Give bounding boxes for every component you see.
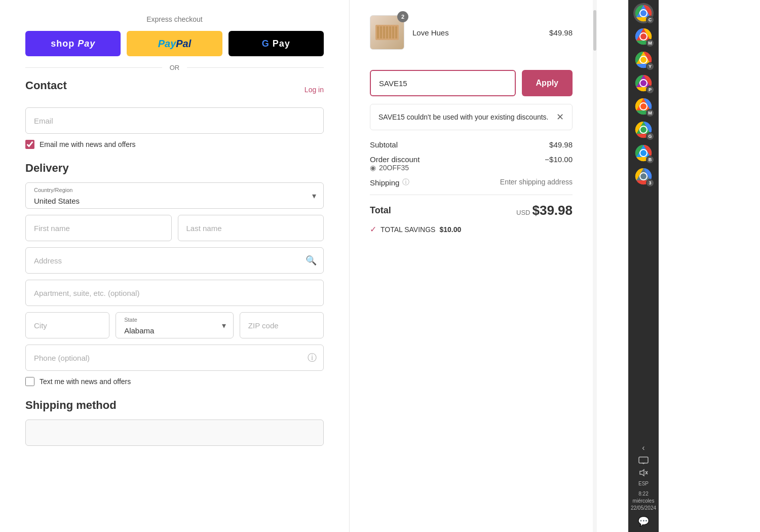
product-image-wrap: 2 [370, 15, 404, 50]
phone-field[interactable] [25, 345, 324, 371]
speaker-svg [638, 469, 649, 477]
svg-marker-35 [640, 470, 644, 476]
svg-point-16 [640, 57, 647, 63]
svg-rect-6 [392, 26, 394, 39]
address-search-icon: 🔍 [306, 255, 317, 266]
summary-divider [370, 195, 573, 195]
paypal-label: PayPal [158, 38, 192, 50]
chrome-icon-p[interactable]: P [633, 73, 654, 93]
chrome-c-avatar: C [646, 16, 654, 24]
total-value: USD$39.98 [516, 203, 573, 218]
email-checkbox[interactable] [25, 140, 34, 149]
error-text: SAVE15 couldn't be used with your existi… [378, 113, 549, 121]
product-name: Love Hues [412, 28, 541, 37]
notification-icon[interactable]: 💬 [638, 516, 649, 527]
svg-point-19 [640, 80, 647, 86]
product-quantity-badge: 2 [397, 11, 408, 22]
scrollbar-thumb[interactable] [593, 10, 596, 51]
city-field[interactable] [25, 312, 109, 338]
svg-rect-3 [383, 26, 385, 39]
sms-checkbox[interactable] [25, 377, 34, 386]
chrome-icon-m2[interactable]: M [633, 96, 654, 117]
chrome-icon-y[interactable]: Y [633, 50, 654, 70]
svg-point-22 [640, 103, 647, 109]
address-field[interactable] [25, 247, 324, 274]
state-select[interactable]: Alabama [116, 323, 233, 338]
chrome-icon-3[interactable]: 3 [633, 166, 654, 186]
sidebar-bottom: ‹ ESP 8:22 miércoles 22/05/2024 [628, 443, 659, 532]
scrollbar[interactable] [593, 0, 597, 532]
language-label: ESP [638, 481, 649, 486]
chrome-b-avatar: B [646, 156, 654, 164]
chrome-icon-g[interactable]: G [633, 120, 654, 140]
total-line: Total USD$39.98 [370, 203, 573, 218]
savings-tag-icon: ✓ [370, 224, 376, 234]
savings-label: TOTAL SAVINGS [381, 225, 435, 234]
shop-pay-label: shop Pay [51, 39, 95, 49]
email-checkbox-label: Email me with news and offers [40, 140, 136, 148]
discount-tag-icon: ◉ [370, 164, 376, 172]
paypal-button[interactable]: PayPal [127, 31, 222, 56]
country-select[interactable]: United States [26, 193, 323, 208]
chrome-icon-m[interactable]: M [633, 26, 654, 47]
last-name-field[interactable] [178, 215, 324, 241]
delivery-title: Delivery [25, 162, 324, 175]
volume-muted-icon[interactable] [638, 469, 649, 477]
product-info: Love Hues [412, 28, 541, 37]
apartment-field[interactable] [25, 280, 324, 306]
discount-code-input[interactable] [370, 70, 516, 96]
phone-help-icon: ⓘ [308, 352, 317, 364]
chrome-p-avatar: P [646, 86, 654, 94]
email-field[interactable] [25, 107, 324, 134]
display-icon[interactable] [638, 457, 649, 465]
zip-code-field[interactable] [240, 312, 324, 338]
svg-point-10 [640, 10, 647, 16]
monitor-svg [638, 457, 649, 465]
total-label: Total [370, 205, 391, 216]
shop-pay-button[interactable]: shop Pay [25, 31, 121, 56]
gpay-button[interactable]: G Pay [229, 31, 324, 56]
chrome-icon-b[interactable]: B [633, 143, 654, 163]
or-divider: OR [25, 64, 324, 71]
chrome-icon-c[interactable]: C [633, 3, 654, 23]
sidebar-collapse-icon[interactable]: ‹ [642, 443, 644, 452]
order-summary-panel: 2 Love Hues $49.98 Apply SAVE15 couldn't… [350, 0, 593, 532]
or-label: OR [170, 64, 180, 71]
total-amount: $39.98 [532, 203, 573, 218]
order-discount-line: Order discount ◉ 20OFF35 −$10.00 [370, 155, 573, 172]
apply-button[interactable]: Apply [522, 70, 573, 96]
first-name-field[interactable] [25, 215, 172, 241]
error-close-button[interactable]: ✕ [556, 111, 564, 123]
chrome-g-avatar: G [646, 132, 654, 140]
subtotal-value: $49.98 [549, 140, 573, 149]
savings-value: $10.00 [439, 225, 461, 234]
express-buttons: shop Pay PayPal G Pay [25, 31, 324, 56]
shipping-method-box [25, 420, 324, 446]
country-region-field[interactable]: Country/Region United States ▾ [25, 182, 324, 209]
day-text: miércoles [631, 498, 656, 505]
date-text: 22/05/2024 [631, 505, 656, 512]
product-thumbnail [374, 20, 400, 45]
shipping-line: Shipping ⓘ Enter shipping address [370, 178, 573, 187]
log-in-link[interactable]: Log in [305, 86, 324, 94]
shipping-help-icon: ⓘ [402, 178, 409, 187]
chrome-m2-avatar: M [646, 109, 654, 117]
product-item: 2 Love Hues $49.98 [370, 15, 573, 60]
gpay-label: G Pay [262, 39, 290, 49]
product-price: $49.98 [549, 28, 573, 37]
discount-row: Apply [370, 70, 573, 96]
total-currency: USD [516, 209, 530, 216]
shipping-method-title: Shipping method [25, 399, 324, 412]
express-checkout-label: Express checkout [25, 15, 324, 23]
savings-line: ✓ TOTAL SAVINGS $10.00 [370, 224, 573, 234]
state-label: State [124, 317, 137, 323]
chrome-m-avatar: M [646, 39, 654, 47]
svg-point-28 [640, 150, 647, 156]
sidebar-icons-top: C M Y [628, 0, 659, 443]
sms-checkbox-label: Text me with news and offers [40, 377, 131, 386]
contact-section: Contact Log in Email me with news and of… [25, 79, 324, 149]
svg-rect-1 [377, 26, 379, 39]
browser-sidebar: C M Y [628, 0, 659, 532]
order-discount-label: Order discount [370, 155, 420, 164]
state-field[interactable]: State Alabama ▾ [116, 312, 234, 338]
